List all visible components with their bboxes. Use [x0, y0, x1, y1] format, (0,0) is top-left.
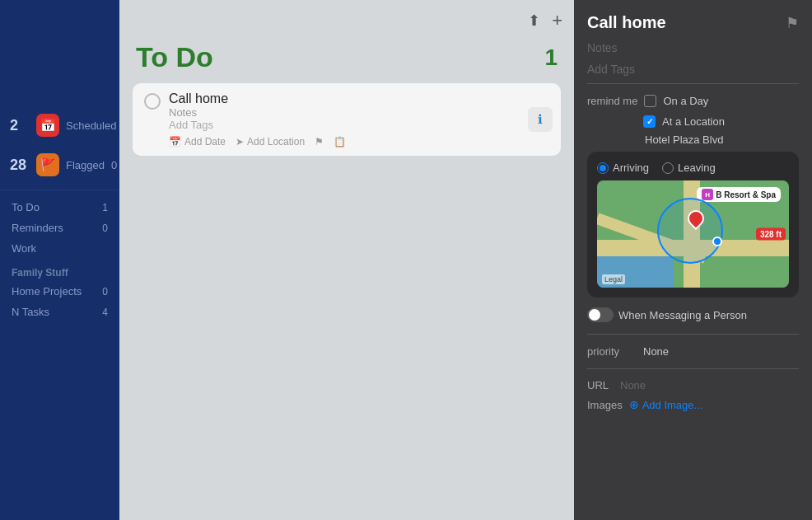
on-a-day-checkbox[interactable]: [644, 95, 656, 107]
detail-tags-field[interactable]: Add Tags: [587, 62, 799, 77]
scheduled-label: Scheduled: [66, 119, 116, 132]
scheduled-num: 2: [10, 117, 30, 134]
flagged-count: 0: [111, 159, 117, 171]
url-row: URL None: [587, 376, 799, 395]
sidebar-stat-scheduled[interactable]: 2 📅 Scheduled 6: [0, 107, 119, 143]
when-messaging-label: When Messaging a Person: [618, 309, 747, 321]
add-location-btn[interactable]: ➤ Add Location: [236, 136, 305, 148]
main-toolbar: ⬆ +: [119, 0, 574, 41]
location-name-row: Hotel Plaza Blvd: [587, 132, 799, 147]
home-projects-label: Home Projects: [12, 285, 82, 297]
leaving-option[interactable]: Leaving: [662, 162, 716, 174]
work-label: Work: [12, 242, 36, 255]
hotel-icon: H: [702, 189, 713, 200]
map-container[interactable]: H B Resort & Spa 328 ft Legal: [597, 180, 789, 288]
scheduled-icon: 📅: [36, 114, 59, 137]
n-tasks-label: N Tasks: [12, 306, 49, 318]
task-flag-icon[interactable]: ⚑: [315, 136, 324, 148]
task-meta: 📅 Add Date ➤ Add Location ⚑ 📋: [169, 136, 549, 148]
task-name: Call home: [169, 91, 549, 106]
detail-notes-field[interactable]: Notes: [587, 40, 799, 55]
todo-label: To Do: [12, 201, 40, 213]
flagged-icon: 🚩: [36, 153, 59, 176]
arriving-label: Arriving: [613, 162, 649, 174]
task-actions: ℹ: [528, 107, 553, 132]
url-label: URL: [587, 379, 620, 391]
current-location-dot: [712, 237, 722, 246]
info-icon: ℹ: [538, 112, 543, 127]
sidebar-item-home-projects[interactable]: Home Projects 0: [0, 281, 119, 302]
detail-flag-button[interactable]: ⚑: [786, 14, 799, 32]
detail-panel: Call home ⚑ Notes Add Tags remind me On …: [574, 0, 812, 520]
info-button[interactable]: ℹ: [528, 107, 553, 132]
task-notes: Notes: [169, 106, 549, 119]
map-pin: [688, 210, 704, 227]
main-header: To Do 1: [119, 41, 574, 83]
hotel-label: H B Resort & Spa: [697, 187, 781, 202]
priority-label: priority: [587, 345, 637, 358]
flagged-label: Flagged: [66, 159, 105, 171]
when-messaging-row[interactable]: When Messaging a Person: [587, 302, 799, 327]
detail-header: Call home ⚑: [587, 13, 799, 32]
pin-head: [684, 207, 707, 230]
task-note-icon[interactable]: 📋: [334, 136, 346, 148]
location-name: Hotel Plaza Blvd: [645, 134, 723, 146]
arriving-radio[interactable]: [597, 162, 609, 174]
tags-placeholder: Add Tags: [587, 59, 635, 79]
location-icon: ➤: [236, 136, 244, 148]
page-title: To Do: [136, 41, 213, 73]
notes-placeholder: Notes: [587, 38, 618, 58]
add-date-btn[interactable]: 📅 Add Date: [169, 136, 226, 148]
location-popup: Arriving Leaving H B Resort & Spa: [587, 152, 799, 297]
priority-value: None: [643, 345, 669, 358]
at-location-checkbox[interactable]: ✓: [643, 115, 656, 128]
task-row[interactable]: Call home Notes Add Tags 📅 Add Date ➤ Ad…: [133, 83, 561, 156]
url-value: None: [620, 379, 646, 391]
at-location-row: ✓ At a Location: [587, 111, 799, 132]
home-projects-count: 0: [102, 286, 108, 297]
sidebar-item-todo[interactable]: To Do 1: [0, 197, 119, 218]
add-image-button[interactable]: ⊕ Add Image...: [629, 398, 703, 411]
arriving-leaving-row: Arriving Leaving: [597, 162, 789, 174]
leaving-radio[interactable]: [662, 162, 674, 174]
task-content: Call home Notes Add Tags 📅 Add Date ➤ Ad…: [169, 91, 549, 148]
arriving-option[interactable]: Arriving: [597, 162, 649, 174]
map-legal: Legal: [602, 274, 625, 284]
flagged-num: 28: [10, 157, 30, 174]
distance-badge: 328 ft: [756, 228, 786, 241]
task-count: 1: [544, 45, 558, 71]
sidebar-stat-flagged[interactable]: 28 🚩 Flagged 0: [0, 147, 119, 183]
remind-me-row: remind me On a Day: [587, 91, 799, 111]
todo-count: 1: [102, 202, 108, 213]
task-tags: Add Tags: [169, 119, 549, 131]
plus-circle-icon: ⊕: [629, 398, 639, 411]
main-area: ⬆ + To Do 1 Call home Notes Add Tags 📅 A…: [119, 0, 574, 520]
reminders-count: 0: [102, 223, 108, 234]
family-stuff-section: Family Stuff: [0, 259, 119, 281]
n-tasks-count: 4: [102, 307, 108, 318]
when-messaging-toggle[interactable]: [587, 307, 614, 322]
priority-row: priority None: [587, 341, 799, 362]
geofence-circle: [657, 198, 723, 264]
leaving-label: Leaving: [678, 162, 716, 174]
task-checkbox[interactable]: [144, 93, 161, 110]
calendar-icon: 📅: [169, 136, 181, 148]
at-location-label: At a Location: [662, 115, 725, 128]
add-icon[interactable]: +: [552, 10, 562, 31]
images-label: Images: [587, 399, 623, 411]
sidebar-item-work[interactable]: Work: [0, 238, 119, 259]
sidebar-item-n-tasks[interactable]: N Tasks 4: [0, 302, 119, 322]
share-icon[interactable]: ⬆: [528, 12, 540, 30]
detail-title: Call home: [587, 13, 666, 32]
sidebar: 2 📅 Scheduled 6 28 🚩 Flagged 0 To Do 1 R…: [0, 0, 119, 520]
sidebar-item-reminders[interactable]: Reminders 0: [0, 218, 119, 238]
remind-me-label: remind me: [587, 95, 637, 107]
on-a-day-label: On a Day: [663, 95, 708, 107]
reminders-label: Reminders: [12, 222, 63, 234]
images-row: Images ⊕ Add Image...: [587, 395, 799, 415]
